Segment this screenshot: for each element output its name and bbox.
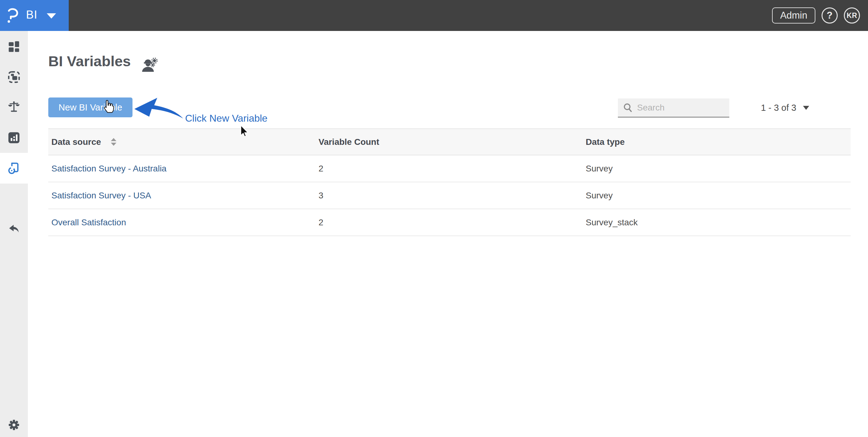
variable-count-cell: 2 (318, 164, 586, 174)
table-row: Satisfaction Survey - USA 3 Survey (48, 182, 851, 209)
annotation-arrow (134, 98, 183, 119)
sidebar (0, 31, 28, 437)
bi-variables-table: Data source Variable Count Data type Sat… (48, 128, 851, 236)
bar-chart-icon (7, 131, 21, 144)
data-type-cell: Survey (586, 164, 851, 174)
pagination-label: 1 - 3 of 3 (761, 103, 796, 113)
pagination-caret-icon (803, 106, 809, 110)
product-caret-icon (47, 13, 56, 19)
data-type-cell: Survey_stack (586, 218, 851, 227)
column-header-variable-count: Variable Count (318, 137, 586, 147)
frame-select-icon (7, 70, 21, 84)
search-input[interactable] (633, 98, 752, 117)
annotation-label: Click New Variable (185, 113, 268, 124)
data-type-cell: Survey (586, 191, 851, 200)
column-header-data-type: Data type (586, 137, 851, 147)
sort-icon (111, 138, 116, 146)
app-window: BI Admin ? KR (0, 0, 868, 437)
phocas-logo-icon (7, 8, 21, 24)
sidebar-item-settings[interactable] (0, 410, 28, 437)
table-header-row: Data source Variable Count Data type (48, 128, 851, 155)
table-row: Satisfaction Survey - Australia 2 Survey (48, 155, 851, 182)
avatar[interactable]: KR (844, 7, 860, 24)
document-sync-icon (7, 161, 21, 175)
search-box (618, 98, 729, 118)
sidebar-item-analytics[interactable] (0, 123, 28, 153)
table-row: Overall Satisfaction 2 Survey_stack (48, 209, 851, 236)
sidebar-item-back[interactable] (0, 214, 28, 244)
topbar: BI Admin ? KR (0, 0, 868, 31)
undo-arrow-icon (7, 222, 21, 236)
sidebar-item-bi-variables[interactable] (0, 153, 28, 184)
help-icon[interactable]: ? (822, 7, 838, 24)
sidebar-item-compare[interactable] (0, 92, 28, 122)
data-source-link[interactable]: Overall Satisfaction (52, 218, 126, 227)
sidebar-item-dashboards[interactable] (0, 31, 28, 62)
variable-count-cell: 3 (318, 191, 586, 200)
new-bi-variable-button[interactable]: New BI Variable (48, 97, 132, 117)
product-menu[interactable]: BI (0, 0, 69, 31)
settings-gear-icon (7, 418, 21, 431)
dashboard-grid-icon (7, 40, 21, 53)
engineer-user-icon (140, 56, 158, 72)
data-source-link[interactable]: Satisfaction Survey - Australia (52, 164, 166, 173)
topbar-actions: Admin ? KR (772, 0, 860, 31)
column-header-data-source[interactable]: Data source (48, 137, 318, 147)
data-source-link[interactable]: Satisfaction Survey - USA (52, 191, 151, 200)
sidebar-item-match[interactable] (0, 62, 28, 92)
page-title: BI Variables (48, 53, 131, 70)
variable-count-cell: 2 (318, 218, 586, 227)
product-label: BI (26, 8, 37, 21)
pagination-control[interactable]: 1 - 3 of 3 (761, 98, 809, 117)
admin-button[interactable]: Admin (772, 7, 815, 24)
search-icon (623, 103, 633, 113)
scales-icon (7, 100, 21, 113)
